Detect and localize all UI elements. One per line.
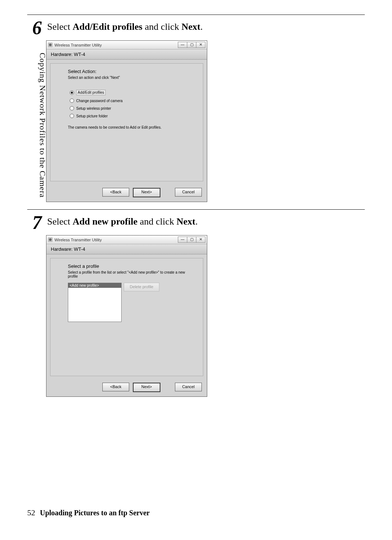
next-button[interactable]: Next> <box>133 383 160 392</box>
select-profile-heading: Select a profile <box>68 263 188 269</box>
chapter-title: Uploading Pictures to an ftp Server <box>40 509 150 517</box>
next-button[interactable]: Next> <box>133 188 160 197</box>
section-side-label: Copying Network Profiles to the Camera <box>38 53 47 198</box>
step7-bold1: Add new profile <box>73 216 138 227</box>
titlebar: Wireless Transmitter Utility — ▢ ✕ <box>46 41 207 49</box>
step7-prefix: Select <box>47 216 73 227</box>
page-footer: 52 Uploading Pictures to an ftp Server <box>27 508 150 517</box>
select-action-heading: Select Action: <box>68 69 188 74</box>
close-button[interactable]: ✕ <box>196 42 205 48</box>
step7-suffix: . <box>195 216 198 227</box>
select-action-sub: Select an action and click "Next" <box>68 76 188 80</box>
dialog-select-profile: Wireless Transmitter Utility — ▢ ✕ Hardw… <box>46 235 207 397</box>
list-item-add-new[interactable]: <Add new profile> <box>68 283 121 288</box>
select-profile-sub: Select a profile from the list or select… <box>68 270 188 278</box>
radio-dot-icon <box>70 90 74 95</box>
step-number-7: 7 <box>27 213 42 232</box>
step-text-7: Select Add new profile and click Next. <box>47 216 198 227</box>
radio-add-edit[interactable]: Add/Edit profiles <box>70 90 188 95</box>
step-7: 7 Select Add new profile and click Next. <box>27 213 365 232</box>
content-panel: Select Action: Select an action and clic… <box>50 63 203 181</box>
titlebar: Wireless Transmitter Utility — ▢ ✕ <box>46 235 207 244</box>
step6-mid: and click <box>142 21 181 32</box>
window-title: Wireless Transmitter Utility <box>54 43 102 47</box>
radio-change-password[interactable]: Change password of camera <box>70 98 188 103</box>
maximize-button[interactable]: ▢ <box>187 237 196 243</box>
step6-prefix: Select <box>47 21 73 32</box>
step6-bold1: Add/Edit profiles <box>73 21 142 32</box>
page-number: 52 <box>27 508 35 517</box>
cancel-button[interactable]: Cancel <box>175 188 202 197</box>
radio-dot-icon <box>70 98 74 103</box>
window-title: Wireless Transmitter Utility <box>54 238 102 242</box>
separator <box>27 209 365 210</box>
radio-label-add-edit: Add/Edit profiles <box>76 90 106 95</box>
radio-label-setup-folder: Setup picture folder <box>76 114 108 118</box>
back-button[interactable]: <Back <box>102 383 129 391</box>
radio-setup-folder[interactable]: Setup picture folder <box>70 114 188 118</box>
profile-listbox[interactable]: <Add new profile> <box>68 283 122 322</box>
cancel-button[interactable]: Cancel <box>175 383 202 391</box>
back-button[interactable]: <Back <box>102 188 129 197</box>
minimize-button[interactable]: — <box>178 237 187 243</box>
radio-label-setup-printer: Setup wireless printer <box>76 106 111 110</box>
step-6: 6 Select Add/Edit profiles and click Nex… <box>27 19 365 37</box>
step6-bold2: Next <box>181 21 200 32</box>
step-number-6: 6 <box>27 19 42 37</box>
connect-note: The camera needs to be connected to Add … <box>68 125 188 129</box>
step7-mid: and click <box>138 216 177 227</box>
step6-suffix: . <box>200 21 203 32</box>
dialog-select-action: Wireless Transmitter Utility — ▢ ✕ Hardw… <box>46 40 207 202</box>
maximize-button[interactable]: ▢ <box>187 42 196 48</box>
delete-profile-button: Delete profile <box>124 283 159 291</box>
radio-label-change-password: Change password of camera <box>76 99 123 103</box>
minimize-button[interactable]: — <box>178 42 187 48</box>
radio-dot-icon <box>70 106 74 110</box>
step-text-6: Select Add/Edit profiles and click Next. <box>47 21 203 32</box>
close-button[interactable]: ✕ <box>196 237 205 243</box>
hardware-label: Hardware: WT-4 <box>46 49 207 60</box>
app-icon <box>48 43 53 47</box>
radio-setup-printer[interactable]: Setup wireless printer <box>70 106 188 110</box>
step7-bold2: Next <box>176 216 195 227</box>
radio-dot-icon <box>70 114 74 118</box>
content-panel: Select a profile Select a profile from t… <box>50 258 203 376</box>
app-icon <box>48 237 53 242</box>
hardware-label: Hardware: WT-4 <box>46 244 207 254</box>
